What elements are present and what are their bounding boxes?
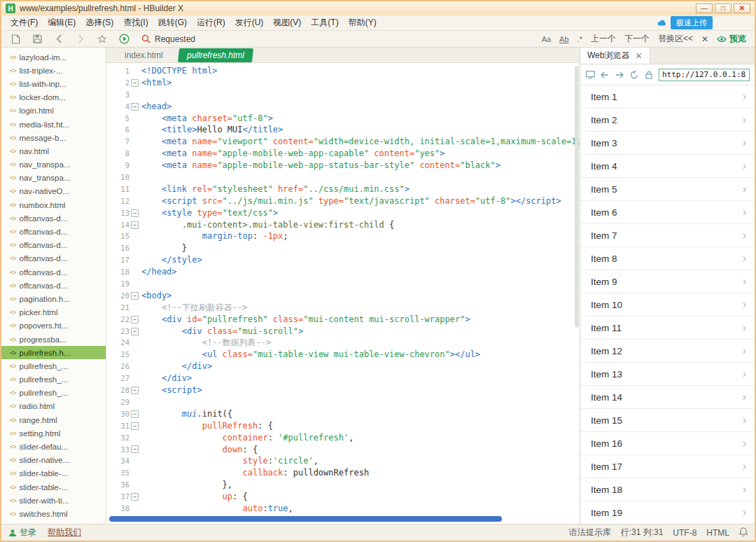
file-item[interactable]: <>pullrefresh_... bbox=[1, 359, 106, 373]
code-line[interactable]: 5 <meta charset="utf-8"> bbox=[106, 113, 580, 125]
list-item[interactable]: Item 13› bbox=[580, 363, 755, 386]
list-item[interactable]: Item 10› bbox=[580, 293, 755, 317]
match-case-toggle[interactable]: Aa bbox=[542, 35, 551, 43]
code-line[interactable]: 34 style:'circle', bbox=[106, 455, 580, 467]
list-item[interactable]: Item 11› bbox=[580, 317, 755, 340]
menu-item[interactable]: 选择(S) bbox=[80, 15, 118, 30]
file-item[interactable]: <>pagination.h... bbox=[1, 292, 106, 305]
code-line[interactable]: 3 bbox=[106, 89, 580, 101]
panel-close-icon[interactable]: ✕ bbox=[635, 51, 642, 61]
fold-marker[interactable]: − bbox=[131, 410, 139, 418]
file-item[interactable]: <>offcanvas-d... bbox=[1, 225, 106, 238]
file-item[interactable]: <>setting.html bbox=[1, 426, 106, 440]
file-item[interactable]: <>nav_transpa... bbox=[1, 172, 106, 185]
file-item[interactable]: <>login.html bbox=[1, 104, 106, 118]
fold-marker[interactable]: − bbox=[131, 445, 139, 453]
file-item[interactable]: <>offcanvas-d... bbox=[1, 252, 106, 265]
file-item[interactable]: <>pullrefresh_... bbox=[1, 373, 106, 387]
code-line[interactable]: 28− <script> bbox=[106, 384, 580, 396]
code-line[interactable]: 36 }, bbox=[106, 479, 580, 491]
list-item[interactable]: Item 15› bbox=[580, 409, 755, 432]
file-item[interactable]: <>slider-with-ti... bbox=[1, 494, 106, 507]
back-icon[interactable] bbox=[53, 34, 64, 45]
code-line[interactable]: 35 callback: pulldownRefresh bbox=[106, 467, 580, 479]
file-item[interactable]: <>offcanvas-d... bbox=[1, 239, 106, 252]
menu-item[interactable]: 帮助(Y) bbox=[344, 15, 382, 30]
code-line[interactable]: 23− <div class="mui-scroll"> bbox=[106, 326, 580, 338]
browser-back-icon[interactable] bbox=[600, 70, 610, 80]
file-item[interactable]: <>slider-table-... bbox=[1, 480, 106, 494]
code-line[interactable]: 38 auto:true, bbox=[106, 503, 580, 515]
file-item[interactable]: <>range.html bbox=[1, 413, 106, 426]
list-item[interactable]: Item 12› bbox=[580, 340, 755, 363]
menu-item[interactable]: 编辑(E) bbox=[43, 15, 80, 30]
fold-marker[interactable]: − bbox=[131, 103, 139, 111]
device-icon[interactable] bbox=[585, 70, 595, 80]
file-item[interactable]: <>pullrefresh_... bbox=[1, 387, 106, 400]
menu-item[interactable]: 查找(I) bbox=[118, 15, 153, 30]
fold-marker[interactable]: − bbox=[131, 316, 139, 324]
code-area[interactable]: 1<!DOCTYPE html>2−<html>34−<head>5 <meta… bbox=[106, 63, 580, 524]
code-line[interactable]: 17 </style> bbox=[106, 254, 580, 266]
file-item[interactable]: <>lazyload-im... bbox=[1, 50, 106, 64]
editor-vertical-scrollbar[interactable] bbox=[575, 66, 579, 328]
code-line[interactable]: 14− .mui-content>.mui-table-view:first-c… bbox=[106, 219, 580, 231]
match-word-toggle[interactable]: Ab bbox=[559, 35, 568, 43]
find-bar[interactable]: Requested bbox=[140, 34, 195, 45]
code-line[interactable]: 20−<body> bbox=[106, 290, 580, 302]
save-icon[interactable] bbox=[31, 34, 43, 45]
file-item[interactable]: <>slider-table-... bbox=[1, 467, 106, 480]
list-item[interactable]: Item 5› bbox=[580, 178, 755, 201]
code-line[interactable]: 31− pullRefresh: { bbox=[106, 420, 580, 432]
file-item[interactable]: <>offcanvas-d... bbox=[1, 265, 106, 279]
refresh-icon[interactable] bbox=[629, 70, 639, 80]
find-close-button[interactable]: ✕ bbox=[701, 34, 708, 44]
list-item[interactable]: Item 2› bbox=[580, 109, 755, 132]
list-item[interactable]: Item 4› bbox=[580, 155, 755, 178]
browser-panel-tab[interactable]: Web浏览器 ✕ bbox=[580, 48, 650, 64]
code-line[interactable]: 24 <!--数据列表--> bbox=[106, 337, 580, 349]
file-item[interactable]: <>pullrefresh.h... bbox=[1, 346, 106, 359]
code-line[interactable]: 26 </div> bbox=[106, 361, 580, 373]
file-item[interactable]: <>nav.html bbox=[1, 144, 106, 158]
star-icon[interactable] bbox=[97, 34, 108, 45]
code-line[interactable]: 19 bbox=[106, 278, 580, 290]
tab-index-html[interactable]: index.html bbox=[116, 48, 172, 62]
close-button[interactable]: ✕ bbox=[734, 4, 750, 13]
replace-expand-button[interactable]: 替换区<< bbox=[658, 33, 693, 45]
run-icon[interactable] bbox=[118, 34, 130, 45]
file-item[interactable]: <>picker.html bbox=[1, 306, 106, 319]
code-line[interactable]: 7 <meta name="viewport" content="width=d… bbox=[106, 136, 580, 148]
code-line[interactable]: 11 <link rel="stylesheet" href="../css/m… bbox=[106, 183, 580, 195]
fold-marker[interactable]: − bbox=[131, 422, 139, 430]
preview-button[interactable]: 预览 bbox=[717, 33, 746, 45]
file-item[interactable]: <>switches.html bbox=[1, 507, 106, 520]
file-item[interactable]: <>radio.html bbox=[1, 400, 106, 413]
menu-item[interactable]: 运行(R) bbox=[192, 15, 230, 30]
file-item[interactable]: <>progressba... bbox=[1, 333, 106, 346]
fast-upload-badge[interactable]: 极速上传 bbox=[671, 16, 713, 29]
list-item[interactable]: Item 17› bbox=[580, 455, 755, 478]
file-item[interactable]: <>media-list.ht... bbox=[1, 118, 106, 131]
code-line[interactable]: 10 bbox=[106, 172, 580, 183]
code-line[interactable]: 22− <div id="pullrefresh" class="mui-con… bbox=[106, 314, 580, 326]
fold-marker[interactable]: − bbox=[131, 493, 139, 501]
list-item[interactable]: Item 3› bbox=[580, 132, 755, 155]
menu-item[interactable]: 工具(T) bbox=[306, 15, 343, 30]
maximize-button[interactable]: □ bbox=[715, 4, 732, 13]
code-line[interactable]: 8 <meta name="apple-mobile-web-app-capab… bbox=[106, 148, 580, 160]
find-previous-button[interactable]: 上一个 bbox=[591, 33, 616, 45]
fold-marker[interactable]: − bbox=[131, 79, 139, 87]
code-line[interactable]: 13− <style type="text/css"> bbox=[106, 207, 580, 219]
fold-marker[interactable]: − bbox=[131, 209, 139, 217]
code-line[interactable]: 12 <script src="../js/mui.min.js" type="… bbox=[106, 195, 580, 207]
language-mode[interactable]: HTML bbox=[706, 528, 729, 538]
list-item[interactable]: Item 6› bbox=[580, 201, 755, 224]
list-item[interactable]: Item 19› bbox=[580, 501, 755, 524]
login-link[interactable]: 登录 bbox=[8, 527, 36, 538]
list-item[interactable]: Item 14› bbox=[580, 386, 755, 409]
code-line[interactable]: 16 } bbox=[106, 242, 580, 254]
code-line[interactable]: 37− up: { bbox=[106, 491, 580, 503]
fold-marker[interactable]: − bbox=[131, 221, 139, 229]
browser-forward-icon[interactable] bbox=[615, 70, 624, 80]
